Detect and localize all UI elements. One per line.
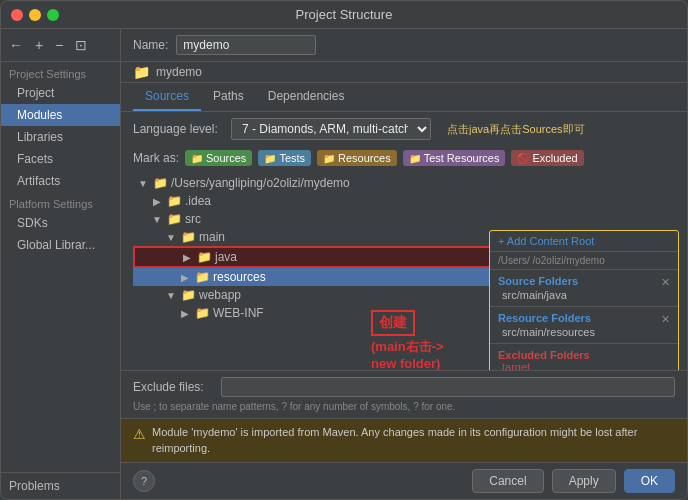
ok-button[interactable]: OK bbox=[624, 469, 675, 493]
tree-toggle-java[interactable]: ▶ bbox=[180, 252, 194, 263]
name-row: Name: bbox=[121, 29, 687, 62]
back-button[interactable]: ← bbox=[5, 35, 27, 55]
mark-resources-button[interactable]: 📁 Resources bbox=[317, 150, 397, 166]
platform-settings-label: Platform Settings bbox=[1, 192, 120, 212]
sidebar-item-libraries[interactable]: Libraries bbox=[1, 126, 120, 148]
facets-label: Facets bbox=[17, 152, 53, 166]
folder-icon-webinf: 📁 bbox=[195, 306, 210, 320]
tree-label-main: main bbox=[199, 230, 225, 244]
sidebar-problems[interactable]: Problems bbox=[1, 472, 120, 499]
titlebar: Project Structure bbox=[1, 1, 687, 29]
module-header: 📁 mydemo bbox=[121, 62, 687, 83]
language-hint: 点击java再点击Sources即可 bbox=[447, 122, 585, 137]
sidebar-item-sdks[interactable]: SDKs bbox=[1, 212, 120, 234]
close-button[interactable] bbox=[11, 9, 23, 21]
minimize-button[interactable] bbox=[29, 9, 41, 21]
exclude-input[interactable] bbox=[221, 377, 675, 397]
mark-test-resources-button[interactable]: 📁 Test Resources bbox=[403, 150, 506, 166]
name-input[interactable] bbox=[176, 35, 316, 55]
source-folders-val: src/main/java bbox=[498, 289, 670, 301]
project-label: Project bbox=[17, 86, 54, 100]
language-level-label: Language level: bbox=[133, 122, 223, 136]
sidebar-item-facets[interactable]: Facets bbox=[1, 148, 120, 170]
tree-toggle-resources[interactable]: ▶ bbox=[178, 272, 192, 283]
modules-label: Modules bbox=[17, 108, 62, 122]
sidebar-item-global-libs[interactable]: Global Librar... bbox=[1, 234, 120, 256]
module-name: mydemo bbox=[156, 65, 202, 79]
mark-tests-button[interactable]: 📁 Tests bbox=[258, 150, 311, 166]
folder-icon-webapp: 📁 bbox=[181, 288, 196, 302]
help-button[interactable]: ? bbox=[133, 470, 155, 492]
tree-item-idea[interactable]: ▶ 📁 .idea bbox=[133, 192, 675, 210]
warning-text: Module 'mydemo' is imported from Maven. … bbox=[152, 425, 675, 456]
tree-label-src: src bbox=[185, 212, 201, 226]
chinese-box: 创建 bbox=[371, 310, 415, 336]
tab-sources[interactable]: Sources bbox=[133, 83, 201, 111]
source-popup: + Add Content Root /Users/ /o2olizi/myde… bbox=[489, 230, 679, 370]
tree-item-src[interactable]: ▼ 📁 src bbox=[133, 210, 675, 228]
sidebar-toolbar: ← + − ⊡ bbox=[1, 29, 120, 62]
tabs: Sources Paths Dependencies bbox=[121, 83, 687, 112]
source-folders-title: Source Folders bbox=[498, 275, 578, 287]
sidebar-item-artifacts[interactable]: Artifacts bbox=[1, 170, 120, 192]
add-button[interactable]: + bbox=[31, 35, 47, 55]
mark-as-row: Mark as: 📁 Sources 📁 Tests 📁 Resources bbox=[121, 146, 687, 170]
language-level-select[interactable]: 7 - Diamonds, ARM, multi-catch etc. bbox=[231, 118, 431, 140]
warning-icon: ⚠ bbox=[133, 426, 146, 442]
tree-label-webinf: WEB-INF bbox=[213, 306, 264, 320]
window-title: Project Structure bbox=[296, 7, 393, 22]
tree-label-java: java bbox=[215, 250, 237, 264]
mark-as-label: Mark as: bbox=[133, 151, 179, 165]
tree-label-webapp: webapp bbox=[199, 288, 241, 302]
exclude-hint: Use ; to separate name patterns, ? for a… bbox=[133, 401, 675, 412]
tree-toggle-root[interactable]: ▼ bbox=[136, 178, 150, 189]
tab-paths[interactable]: Paths bbox=[201, 83, 256, 111]
chinese-sub-text: new folder) bbox=[371, 356, 444, 370]
folder-icon-resources: 📁 bbox=[195, 270, 210, 284]
tree-item-root[interactable]: ▼ 📁 /Users/yangliping/o2olizi/mydemo bbox=[133, 174, 675, 192]
tree-label-idea: .idea bbox=[185, 194, 211, 208]
remove-button[interactable]: − bbox=[51, 35, 67, 55]
sidebar-nav: Project Settings Project Modules Librari… bbox=[1, 62, 120, 472]
window-controls bbox=[11, 9, 59, 21]
project-settings-label: Project Settings bbox=[1, 62, 120, 82]
tree-toggle-webinf[interactable]: ▶ bbox=[178, 308, 192, 319]
mark-sources-button[interactable]: 📁 Sources bbox=[185, 150, 252, 166]
folder-icon-root: 📁 bbox=[153, 176, 168, 190]
tree-label-root: /Users/yangliping/o2olizi/mydemo bbox=[171, 176, 350, 190]
source-folders-close[interactable]: ✕ bbox=[661, 276, 670, 289]
tab-dependencies[interactable]: Dependencies bbox=[256, 83, 357, 111]
mark-excluded-button[interactable]: 🚫 Excluded bbox=[511, 150, 583, 166]
path-preview: /Users/ /o2olizi/mydemo bbox=[490, 252, 678, 270]
tree-toggle-main[interactable]: ▼ bbox=[164, 232, 178, 243]
problems-label: Problems bbox=[9, 479, 60, 493]
source-folders-section: Source Folders ✕ src/main/java bbox=[490, 270, 678, 307]
add-content-root-btn[interactable]: + Add Content Root bbox=[498, 235, 594, 247]
sidebar-item-modules[interactable]: Modules bbox=[1, 104, 120, 126]
name-label: Name: bbox=[133, 38, 168, 52]
main-panel: Name: 📁 mydemo Sources Paths Dependencie… bbox=[121, 29, 687, 499]
tree-toggle-src[interactable]: ▼ bbox=[150, 214, 164, 225]
excluded-folders-section: Excluded Folders target bbox=[490, 344, 678, 370]
project-structure-window: Project Structure ← + − ⊡ Project Settin… bbox=[0, 0, 688, 500]
resource-folders-close[interactable]: ✕ bbox=[661, 313, 670, 326]
tree-toggle-idea[interactable]: ▶ bbox=[150, 196, 164, 207]
tree-label-resources: resources bbox=[213, 270, 266, 284]
cancel-button[interactable]: Cancel bbox=[472, 469, 543, 493]
maximize-button[interactable] bbox=[47, 9, 59, 21]
apply-button[interactable]: Apply bbox=[552, 469, 616, 493]
footer: ? Cancel Apply OK bbox=[121, 462, 687, 499]
libraries-label: Libraries bbox=[17, 130, 63, 144]
resource-folders-title: Resource Folders bbox=[498, 312, 591, 324]
artifacts-label: Artifacts bbox=[17, 174, 60, 188]
tree-toggle-webapp[interactable]: ▼ bbox=[164, 290, 178, 301]
module-folder-icon: 📁 bbox=[133, 64, 150, 80]
copy-button[interactable]: ⊡ bbox=[71, 35, 91, 55]
global-libs-label: Global Librar... bbox=[17, 238, 95, 252]
warning-bar: ⚠ Module 'mydemo' is imported from Maven… bbox=[121, 418, 687, 462]
exclude-row: Exclude files: bbox=[133, 377, 675, 397]
folder-icon-idea: 📁 bbox=[167, 194, 182, 208]
sidebar-item-project[interactable]: Project bbox=[1, 82, 120, 104]
resource-folders-val: src/main/resources bbox=[498, 326, 670, 338]
excluded-folders-val: target bbox=[498, 361, 670, 370]
